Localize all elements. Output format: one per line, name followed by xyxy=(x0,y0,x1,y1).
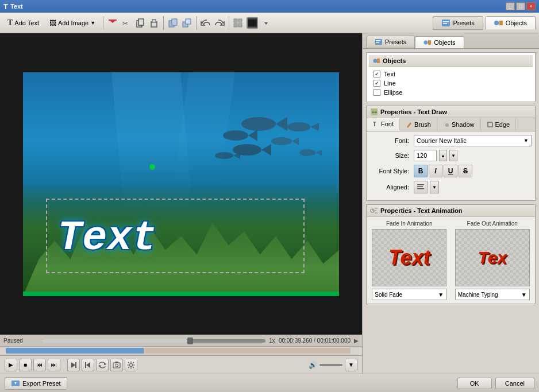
video-text-overlay[interactable]: Text xyxy=(57,215,157,262)
playback-controls: ▶ ■ ⏮ ⏭ 🔊 ▼ xyxy=(0,355,362,374)
dropdown-arrow-button[interactable] xyxy=(260,17,272,29)
export-preset-button[interactable]: Export Preset xyxy=(5,377,67,390)
size-down-arrow[interactable]: ▼ xyxy=(449,150,457,161)
properties-content: Font: Courier New Italic ▼ Size: 120 ▲ ▼… xyxy=(367,131,535,200)
volume-dropdown-button[interactable]: ▼ xyxy=(345,359,357,371)
time-display: 00:00:39.260 / 00:01:00.000 xyxy=(279,337,351,344)
properties-animation-header: Properties - Text Animation xyxy=(367,205,535,217)
object-checkbox-ellipse[interactable] xyxy=(374,89,380,96)
progress-fill xyxy=(41,339,187,343)
object-item-line[interactable]: ✓ Line xyxy=(371,79,530,88)
align-dropdown-button[interactable]: ▼ xyxy=(430,181,439,193)
fade-in-dropdown[interactable]: Solid Fade ▼ xyxy=(372,289,446,300)
mark-out-button[interactable] xyxy=(82,359,94,371)
bold-button[interactable]: B xyxy=(414,165,428,177)
italic-button[interactable]: I xyxy=(429,165,442,177)
add-image-button[interactable]: 🖼 Add Image ▼ xyxy=(45,17,99,29)
objects-header-label: Objects xyxy=(383,57,406,64)
object-checkbox-text[interactable]: ✓ xyxy=(374,71,380,77)
add-text-button[interactable]: T Add Text xyxy=(3,17,43,29)
scroll-right-arrow[interactable]: ▶ xyxy=(354,337,359,344)
fade-in-label: Fade In Animation xyxy=(386,220,433,227)
fade-out-dropdown[interactable]: Machine Typing ▼ xyxy=(455,289,530,300)
stop-button[interactable]: ■ xyxy=(19,359,32,371)
tab-brush-label: Brush xyxy=(414,121,431,128)
mark-in-button[interactable] xyxy=(67,359,80,371)
cancel-button[interactable]: Cancel xyxy=(495,378,534,389)
export-preset-label: Export Preset xyxy=(22,380,61,387)
size-input[interactable]: 120 xyxy=(414,150,437,161)
presets-tab[interactable]: Presets xyxy=(433,16,483,30)
add-text-icon: T xyxy=(7,18,13,28)
separator-4 xyxy=(229,16,229,30)
font-dropdown[interactable]: Courier New Italic ▼ xyxy=(414,135,532,146)
play-button[interactable]: ▶ xyxy=(5,359,17,371)
svg-rect-58 xyxy=(488,122,492,127)
svg-point-32 xyxy=(215,152,233,159)
video-progress-bar: Paused 1x 00:00:39.260 / 00:01:00.000 ▶ xyxy=(0,335,362,346)
aligned-label: Aligned: xyxy=(370,184,411,191)
fade-out-preview[interactable]: Tex xyxy=(455,229,530,286)
ok-button[interactable]: OK xyxy=(457,378,492,389)
fade-out-text: Tex xyxy=(478,248,507,267)
fade-in-preview[interactable]: Text xyxy=(372,229,446,286)
size-up-arrow[interactable]: ▲ xyxy=(439,150,447,161)
size-row: Size: 120 ▲ ▼ xyxy=(370,150,532,161)
screen-button[interactable] xyxy=(247,17,258,29)
font-row: Font: Courier New Italic ▼ xyxy=(370,135,532,146)
volume-slider[interactable] xyxy=(319,364,342,366)
object-item-ellipse[interactable]: Ellipse xyxy=(371,88,530,97)
timeline-area[interactable] xyxy=(0,346,362,355)
progress-track[interactable] xyxy=(41,339,265,343)
delete-button[interactable] xyxy=(107,17,118,29)
volume-icon[interactable]: 🔊 xyxy=(309,361,317,369)
svg-rect-37 xyxy=(75,362,76,368)
svg-rect-44 xyxy=(115,362,118,363)
object-checkbox-line[interactable]: ✓ xyxy=(374,80,380,87)
tab-edge[interactable]: Edge xyxy=(481,118,517,131)
cut-button[interactable]: ✂ xyxy=(121,17,132,29)
presets-tab-right[interactable]: Presets xyxy=(366,36,415,48)
svg-rect-60 xyxy=(417,187,423,188)
object-label-line: Line xyxy=(384,80,396,87)
svg-rect-14 xyxy=(238,24,242,27)
add-image-dropdown-arrow: ▼ xyxy=(90,20,95,26)
snapshot-button[interactable] xyxy=(110,359,123,371)
ocean-background[interactable]: Text xyxy=(23,72,339,296)
loop-button[interactable] xyxy=(96,359,109,371)
maximize-button[interactable]: □ xyxy=(516,2,525,10)
font-style-row: Font Style: B I U S xyxy=(370,165,532,177)
svg-marker-27 xyxy=(292,137,299,145)
video-panel: Text Paused 1x 00:00:39.260 / 00:01:00.0… xyxy=(0,33,362,374)
svg-point-43 xyxy=(116,364,118,367)
tab-brush[interactable]: Brush xyxy=(400,118,437,131)
title-bar-title: T Text xyxy=(3,2,23,11)
object-label-ellipse: Ellipse xyxy=(384,89,402,96)
tab-font[interactable]: T Font xyxy=(367,118,400,131)
align-button[interactable] xyxy=(414,181,428,193)
redo-button[interactable] xyxy=(214,17,225,29)
anchor-point[interactable] xyxy=(149,164,155,170)
arrange-button[interactable] xyxy=(181,17,192,29)
duplicate-button[interactable] xyxy=(167,17,179,29)
next-frame-button[interactable]: ⏭ xyxy=(48,359,60,371)
prev-frame-button[interactable]: ⏮ xyxy=(33,359,46,371)
paste-button[interactable] xyxy=(148,17,160,29)
svg-rect-10 xyxy=(186,19,191,24)
time-total: 00:01:00.000 xyxy=(317,337,351,344)
title-bar-controls[interactable]: _ □ × xyxy=(506,2,536,10)
copy-button[interactable] xyxy=(134,17,146,29)
close-button[interactable]: × xyxy=(526,2,536,10)
objects-tab-right[interactable]: Objects xyxy=(415,36,464,48)
settings-button[interactable] xyxy=(125,359,137,371)
objects-tab[interactable]: Objects xyxy=(486,16,536,29)
underline-button[interactable]: U xyxy=(444,165,457,177)
tab-shadow[interactable]: Shadow xyxy=(437,118,481,131)
grid-view-button[interactable] xyxy=(233,17,244,29)
aligned-row: Aligned: ▼ xyxy=(370,181,532,193)
undo-button[interactable] xyxy=(200,17,211,29)
progress-thumb[interactable] xyxy=(187,337,193,344)
minimize-button[interactable]: _ xyxy=(506,2,515,10)
strikethrough-button[interactable]: S xyxy=(459,165,472,177)
object-item-text[interactable]: ✓ Text xyxy=(371,69,530,79)
